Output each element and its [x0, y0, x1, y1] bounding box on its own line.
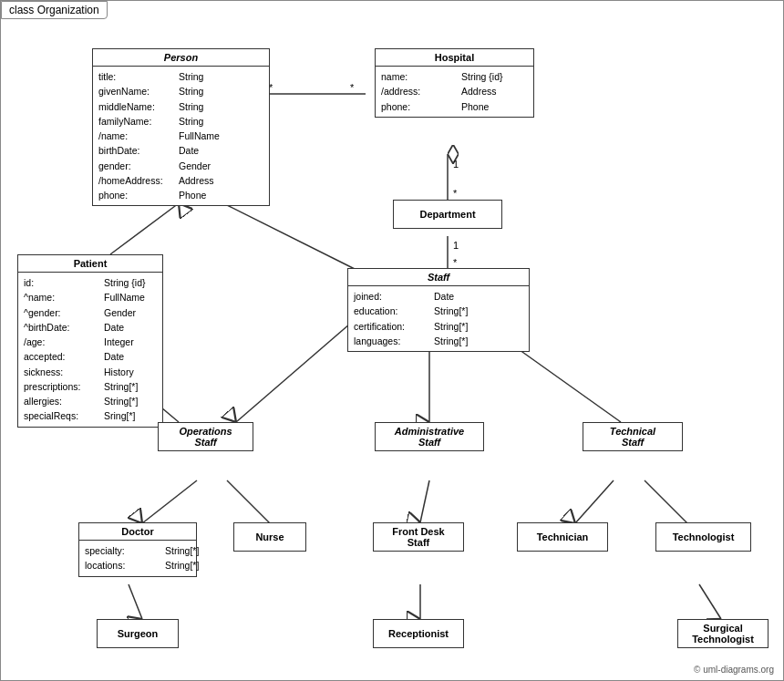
patient-class: Patient id:String {id} ^name:FullName ^g… — [17, 254, 163, 428]
surgeon-class: Surgeon — [97, 619, 179, 648]
svg-line-25 — [645, 480, 687, 523]
surgical-technologist-title: SurgicalTechnologist — [678, 620, 768, 647]
svg-text:*: * — [350, 82, 355, 93]
svg-line-26 — [129, 584, 142, 619]
surgical-technologist-class: SurgicalTechnologist — [677, 619, 769, 648]
diagram-title: class Organization — [1, 1, 108, 19]
department-class: Department — [393, 200, 502, 229]
patient-title: Patient — [18, 255, 162, 273]
svg-text:1: 1 — [453, 240, 459, 251]
svg-line-18 — [236, 318, 356, 422]
operations-staff-title: OperationsStaff — [159, 423, 253, 450]
nurse-class: Nurse — [233, 522, 306, 552]
technical-staff-class: TechnicalStaff — [583, 422, 683, 451]
technician-class: Technician — [517, 522, 608, 552]
doctor-class: Doctor specialty:String[*] locations:Str… — [78, 522, 197, 577]
staff-class: Staff joined:Date education:String[*] ce… — [347, 268, 530, 352]
doctor-attrs: specialty:String[*] locations:String[*] — [79, 541, 196, 576]
hospital-class: Hospital name:String {id} /address:Addre… — [375, 48, 534, 118]
administrative-staff-class: AdministrativeStaff — [375, 422, 484, 451]
technical-staff-title: TechnicalStaff — [583, 423, 682, 450]
person-title: Person — [93, 49, 269, 67]
nurse-title: Nurse — [242, 529, 298, 545]
staff-title: Staff — [348, 269, 529, 286]
svg-line-21 — [142, 480, 197, 523]
technologist-class: Technologist — [655, 522, 751, 552]
operations-staff-class: OperationsStaff — [158, 422, 253, 451]
department-title: Department — [401, 206, 494, 222]
svg-text:*: * — [453, 257, 458, 268]
front-desk-staff-class: Front DeskStaff — [373, 522, 464, 552]
svg-text:*: * — [453, 188, 458, 199]
hospital-attrs: name:String {id} /address:Address phone:… — [376, 67, 533, 117]
svg-line-23 — [420, 480, 429, 522]
svg-text:1: 1 — [453, 159, 459, 170]
svg-line-24 — [575, 480, 614, 523]
svg-line-28 — [699, 584, 721, 619]
svg-line-14 — [223, 203, 356, 270]
svg-line-22 — [227, 480, 270, 523]
person-attrs: title:String givenName:String middleName… — [93, 67, 269, 205]
technician-title: Technician — [525, 529, 600, 545]
front-desk-staff-title: Front DeskStaff — [374, 523, 463, 551]
person-class: Person title:String givenName:String mid… — [92, 48, 270, 206]
patient-attrs: id:String {id} ^name:FullName ^gender:Ge… — [18, 273, 162, 427]
receptionist-title: Receptionist — [381, 625, 456, 642]
copyright: © uml-diagrams.org — [694, 665, 774, 675]
administrative-staff-title: AdministrativeStaff — [376, 423, 483, 450]
staff-attrs: joined:Date education:String[*] certific… — [348, 286, 529, 351]
receptionist-class: Receptionist — [373, 619, 464, 648]
hospital-title: Hospital — [376, 49, 533, 67]
diagram-container: class Organization * * — [0, 0, 784, 681]
doctor-title: Doctor — [79, 523, 196, 541]
surgeon-title: Surgeon — [105, 625, 170, 642]
technologist-title: Technologist — [664, 529, 743, 545]
svg-line-13 — [110, 203, 179, 254]
